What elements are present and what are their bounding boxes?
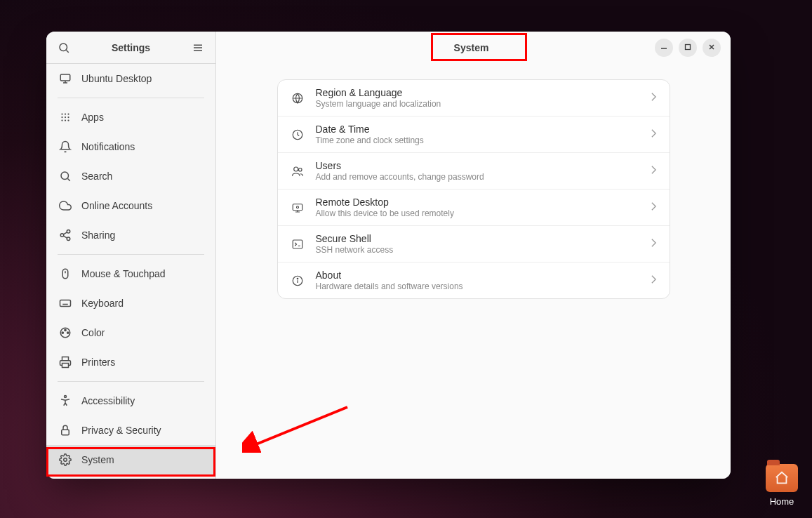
svg-rect-38: [62, 430, 69, 435]
sidebar-item-sharing[interactable]: Sharing: [46, 220, 215, 250]
sidebar-item-label: Notifications: [81, 141, 135, 152]
close-button[interactable]: [703, 39, 721, 57]
sidebar-item-notifications[interactable]: Notifications: [46, 132, 215, 161]
panel-row-remote-desktop[interactable]: Remote Desktop Allow this device to be u…: [278, 190, 670, 226]
svg-point-16: [67, 119, 69, 121]
svg-line-22: [63, 236, 67, 238]
svg-rect-41: [686, 45, 691, 50]
chevron-right-icon: [651, 201, 657, 214]
page-title: System: [288, 40, 655, 55]
panel-row-text: Remote Desktop Allow this device to be u…: [316, 197, 639, 218]
sidebar-menu-button[interactable]: [186, 37, 210, 58]
sidebar-item-apps[interactable]: Apps: [46, 102, 215, 132]
sidebar-item-keyboard[interactable]: Keyboard: [46, 288, 215, 318]
svg-point-34: [67, 332, 69, 333]
svg-point-20: [60, 234, 64, 237]
info-icon: [291, 274, 305, 288]
minimize-button[interactable]: [655, 39, 673, 57]
panel-row-users[interactable]: Users Add and remove accounts, change pa…: [278, 153, 670, 190]
panel-row-secure-shell[interactable]: Secure Shell SSH network access: [278, 226, 670, 263]
svg-point-8: [61, 113, 62, 114]
remote-desktop-icon: [291, 201, 305, 215]
svg-point-10: [67, 113, 69, 114]
sidebar-item-color[interactable]: Color: [46, 318, 215, 347]
sidebar-item-accessibility[interactable]: Accessibility: [46, 386, 215, 416]
svg-rect-53: [293, 240, 302, 248]
sidebar-item-label: Ubuntu Desktop: [81, 73, 152, 84]
globe-icon: [291, 91, 305, 105]
search-icon: [58, 41, 70, 54]
sidebar-item-label: Color: [81, 327, 105, 338]
close-icon: [707, 41, 716, 54]
chevron-right-icon: [651, 128, 657, 141]
users-icon: [291, 164, 305, 178]
sidebar-item-online-accounts[interactable]: Online Accounts: [46, 191, 215, 220]
panel-row-subtitle: Hardware details and software versions: [316, 281, 639, 291]
sidebar-item-label: Accessibility: [81, 395, 135, 406]
svg-point-33: [65, 329, 66, 331]
panel-row-region-language[interactable]: Region & Language System language and lo…: [278, 80, 670, 117]
svg-point-14: [61, 119, 62, 121]
panel-row-title: Remote Desktop: [316, 197, 639, 208]
svg-rect-24: [62, 269, 68, 279]
panel-row-title: About: [316, 270, 639, 281]
panel-row-text: About Hardware details and software vers…: [316, 270, 639, 291]
clock-icon: [291, 128, 305, 142]
svg-line-18: [67, 178, 69, 180]
hamburger-icon: [192, 41, 204, 54]
sidebar-list[interactable]: Ubuntu Desktop Apps Notifications Search…: [46, 64, 215, 479]
svg-line-1: [66, 50, 68, 52]
sidebar-item-search[interactable]: Search: [46, 161, 215, 191]
panel-row-title: Secure Shell: [316, 233, 639, 244]
search-button[interactable]: [52, 37, 76, 58]
gear-icon: [59, 453, 72, 466]
svg-line-23: [63, 232, 67, 234]
sidebar: Settings Ubuntu Desktop Apps Notificatio…: [46, 32, 216, 479]
svg-point-12: [65, 117, 66, 118]
svg-point-13: [67, 117, 69, 118]
desktop-home-label: Home: [766, 496, 798, 507]
maximize-button[interactable]: [679, 39, 697, 57]
sidebar-header: Settings: [46, 32, 215, 64]
panel-row-date-time[interactable]: Date & Time Time zone and clock settings: [278, 117, 670, 153]
desktop-home-icon[interactable]: Home: [766, 464, 798, 507]
sidebar-item-label: Mouse & Touchpad: [81, 268, 166, 279]
panel-row-text: Users Add and remove accounts, change pa…: [316, 160, 639, 182]
sidebar-separator: [58, 381, 204, 382]
settings-window: Settings Ubuntu Desktop Apps Notificatio…: [46, 32, 731, 479]
window-controls: [655, 39, 725, 57]
panel-row-title: Users: [316, 160, 639, 171]
sidebar-item-mouse-touchpad[interactable]: Mouse & Touchpad: [46, 259, 215, 288]
chevron-right-icon: [651, 238, 657, 251]
terminal-icon: [291, 237, 305, 251]
sidebar-item-system[interactable]: System: [46, 445, 215, 474]
svg-point-47: [293, 167, 298, 171]
share-icon: [59, 229, 72, 241]
panel-row-subtitle: Add and remove accounts, change password: [316, 172, 639, 182]
minimize-icon: [660, 41, 668, 54]
panel-row-text: Secure Shell SSH network access: [316, 233, 639, 255]
color-icon: [59, 326, 72, 339]
sidebar-item-label: Search: [81, 171, 112, 182]
sidebar-item-printers[interactable]: Printers: [46, 347, 215, 377]
sidebar-item-label: Sharing: [81, 230, 115, 241]
sidebar-item-label: Apps: [81, 112, 104, 123]
sidebar-item-privacy-security[interactable]: Privacy & Security: [46, 416, 215, 445]
panel-row-about[interactable]: About Hardware details and software vers…: [278, 263, 670, 298]
chevron-right-icon: [651, 274, 657, 287]
sidebar-item-ubuntu-desktop[interactable]: Ubuntu Desktop: [46, 64, 215, 93]
panel-row-title: Date & Time: [316, 124, 639, 135]
sidebar-item-label: Keyboard: [81, 298, 124, 309]
system-panel-list: Region & Language System language and lo…: [277, 79, 670, 299]
svg-rect-36: [62, 364, 69, 368]
svg-point-21: [67, 237, 70, 241]
svg-point-19: [67, 230, 70, 234]
monitor-icon: [59, 72, 72, 85]
panel-row-subtitle: SSH network access: [316, 245, 639, 255]
search-icon: [59, 170, 72, 182]
svg-point-52: [296, 206, 298, 208]
svg-point-48: [298, 168, 302, 171]
mouse-icon: [59, 267, 72, 280]
accessibility-icon: [59, 394, 72, 407]
lock-icon: [59, 424, 72, 437]
